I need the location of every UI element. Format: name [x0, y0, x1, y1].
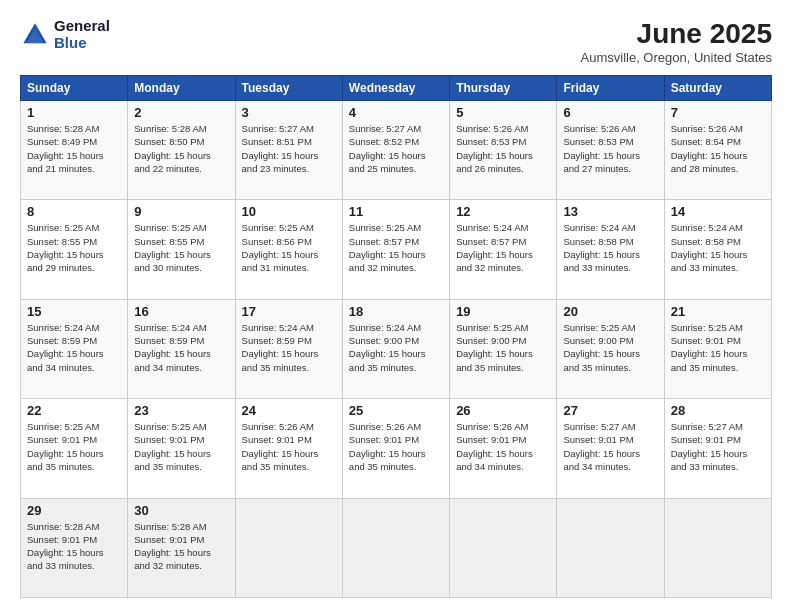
- table-row: 23Sunrise: 5:25 AMSunset: 9:01 PMDayligh…: [128, 399, 235, 498]
- col-wednesday: Wednesday: [342, 76, 449, 101]
- table-row: 26Sunrise: 5:26 AMSunset: 9:01 PMDayligh…: [450, 399, 557, 498]
- table-row: 22Sunrise: 5:25 AMSunset: 9:01 PMDayligh…: [21, 399, 128, 498]
- table-row: 11Sunrise: 5:25 AMSunset: 8:57 PMDayligh…: [342, 200, 449, 299]
- table-row: 8Sunrise: 5:25 AMSunset: 8:55 PMDaylight…: [21, 200, 128, 299]
- week-row-1: 8Sunrise: 5:25 AMSunset: 8:55 PMDaylight…: [21, 200, 772, 299]
- table-row: 12Sunrise: 5:24 AMSunset: 8:57 PMDayligh…: [450, 200, 557, 299]
- logo-icon: [20, 20, 50, 50]
- table-row: 19Sunrise: 5:25 AMSunset: 9:00 PMDayligh…: [450, 299, 557, 398]
- table-row: 4Sunrise: 5:27 AMSunset: 8:52 PMDaylight…: [342, 101, 449, 200]
- table-row: 18Sunrise: 5:24 AMSunset: 9:00 PMDayligh…: [342, 299, 449, 398]
- table-row: 5Sunrise: 5:26 AMSunset: 8:53 PMDaylight…: [450, 101, 557, 200]
- logo-general-label: General: [54, 18, 110, 35]
- week-row-3: 22Sunrise: 5:25 AMSunset: 9:01 PMDayligh…: [21, 399, 772, 498]
- calendar-table: Sunday Monday Tuesday Wednesday Thursday…: [20, 75, 772, 598]
- week-row-0: 1Sunrise: 5:28 AMSunset: 8:49 PMDaylight…: [21, 101, 772, 200]
- table-row: 7Sunrise: 5:26 AMSunset: 8:54 PMDaylight…: [664, 101, 771, 200]
- page: General Blue June 2025 Aumsville, Oregon…: [0, 0, 792, 612]
- table-row: [557, 498, 664, 597]
- table-row: 1Sunrise: 5:28 AMSunset: 8:49 PMDaylight…: [21, 101, 128, 200]
- col-saturday: Saturday: [664, 76, 771, 101]
- table-row: 17Sunrise: 5:24 AMSunset: 8:59 PMDayligh…: [235, 299, 342, 398]
- col-monday: Monday: [128, 76, 235, 101]
- title-block: June 2025 Aumsville, Oregon, United Stat…: [581, 18, 772, 65]
- table-row: 30Sunrise: 5:28 AMSunset: 9:01 PMDayligh…: [128, 498, 235, 597]
- table-row: 25Sunrise: 5:26 AMSunset: 9:01 PMDayligh…: [342, 399, 449, 498]
- table-row: 20Sunrise: 5:25 AMSunset: 9:00 PMDayligh…: [557, 299, 664, 398]
- header-row: Sunday Monday Tuesday Wednesday Thursday…: [21, 76, 772, 101]
- col-sunday: Sunday: [21, 76, 128, 101]
- table-row: [664, 498, 771, 597]
- week-row-2: 15Sunrise: 5:24 AMSunset: 8:59 PMDayligh…: [21, 299, 772, 398]
- week-row-4: 29Sunrise: 5:28 AMSunset: 9:01 PMDayligh…: [21, 498, 772, 597]
- logo: General Blue: [20, 18, 110, 51]
- table-row: 2Sunrise: 5:28 AMSunset: 8:50 PMDaylight…: [128, 101, 235, 200]
- header: General Blue June 2025 Aumsville, Oregon…: [20, 18, 772, 65]
- table-row: 21Sunrise: 5:25 AMSunset: 9:01 PMDayligh…: [664, 299, 771, 398]
- table-row: 13Sunrise: 5:24 AMSunset: 8:58 PMDayligh…: [557, 200, 664, 299]
- table-row: 3Sunrise: 5:27 AMSunset: 8:51 PMDaylight…: [235, 101, 342, 200]
- table-row: 6Sunrise: 5:26 AMSunset: 8:53 PMDaylight…: [557, 101, 664, 200]
- table-row: 27Sunrise: 5:27 AMSunset: 9:01 PMDayligh…: [557, 399, 664, 498]
- title-location: Aumsville, Oregon, United States: [581, 50, 772, 65]
- col-tuesday: Tuesday: [235, 76, 342, 101]
- logo-blue-label: Blue: [54, 35, 110, 52]
- table-row: [235, 498, 342, 597]
- table-row: 9Sunrise: 5:25 AMSunset: 8:55 PMDaylight…: [128, 200, 235, 299]
- col-friday: Friday: [557, 76, 664, 101]
- title-month: June 2025: [581, 18, 772, 50]
- logo-text: General Blue: [54, 18, 110, 51]
- table-row: 28Sunrise: 5:27 AMSunset: 9:01 PMDayligh…: [664, 399, 771, 498]
- table-row: 14Sunrise: 5:24 AMSunset: 8:58 PMDayligh…: [664, 200, 771, 299]
- table-row: 10Sunrise: 5:25 AMSunset: 8:56 PMDayligh…: [235, 200, 342, 299]
- table-row: 24Sunrise: 5:26 AMSunset: 9:01 PMDayligh…: [235, 399, 342, 498]
- table-row: [342, 498, 449, 597]
- table-row: 15Sunrise: 5:24 AMSunset: 8:59 PMDayligh…: [21, 299, 128, 398]
- col-thursday: Thursday: [450, 76, 557, 101]
- table-row: 29Sunrise: 5:28 AMSunset: 9:01 PMDayligh…: [21, 498, 128, 597]
- table-row: 16Sunrise: 5:24 AMSunset: 8:59 PMDayligh…: [128, 299, 235, 398]
- table-row: [450, 498, 557, 597]
